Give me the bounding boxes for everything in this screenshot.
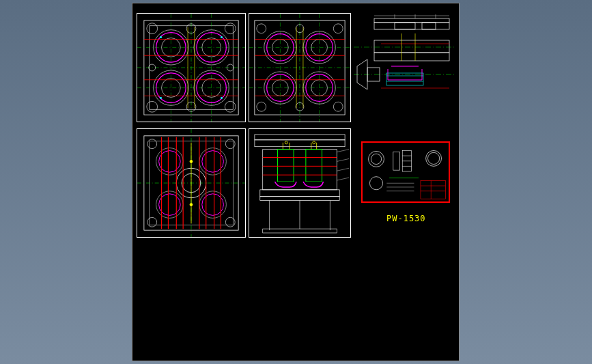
svg-rect-69 xyxy=(374,18,449,23)
svg-point-23 xyxy=(225,101,236,112)
cad-drawing-canvas[interactable]: PW-1530 xyxy=(132,3,460,361)
view-plan-b xyxy=(249,13,351,122)
svg-line-136 xyxy=(337,168,349,171)
svg-point-116 xyxy=(147,217,157,227)
svg-point-115 xyxy=(225,139,235,149)
svg-point-145 xyxy=(426,150,442,166)
svg-point-100 xyxy=(199,148,227,176)
svg-point-37 xyxy=(221,97,223,99)
svg-rect-140 xyxy=(263,229,337,233)
title-block xyxy=(361,141,450,203)
svg-point-101 xyxy=(156,191,184,219)
svg-rect-118 xyxy=(255,135,345,140)
svg-rect-122 xyxy=(260,197,339,201)
svg-rect-74 xyxy=(374,53,449,61)
svg-point-146 xyxy=(427,152,439,164)
part-number-label: PW-1530 xyxy=(386,214,426,223)
svg-point-112 xyxy=(190,160,193,163)
svg-point-35 xyxy=(221,36,223,38)
svg-rect-120 xyxy=(263,150,337,190)
svg-point-143 xyxy=(371,154,381,164)
svg-rect-71 xyxy=(395,23,415,29)
svg-point-133 xyxy=(313,141,315,144)
svg-rect-78 xyxy=(386,73,423,85)
svg-rect-153 xyxy=(421,180,445,199)
svg-point-58 xyxy=(333,24,343,33)
svg-point-98 xyxy=(202,194,224,216)
view-ejector-plan xyxy=(137,128,246,238)
svg-rect-70 xyxy=(374,23,449,29)
svg-point-114 xyxy=(147,139,157,149)
svg-point-21 xyxy=(225,23,236,34)
svg-point-59 xyxy=(257,102,266,111)
svg-point-97 xyxy=(159,194,181,216)
svg-rect-72 xyxy=(422,23,436,29)
svg-point-96 xyxy=(202,151,224,173)
svg-point-102 xyxy=(199,191,227,219)
svg-rect-147 xyxy=(393,152,400,170)
view-plan-a xyxy=(137,13,246,122)
svg-rect-119 xyxy=(255,140,345,147)
svg-point-130 xyxy=(285,141,287,144)
svg-point-20 xyxy=(147,23,158,34)
svg-point-142 xyxy=(369,151,384,167)
svg-point-144 xyxy=(369,177,382,190)
svg-rect-73 xyxy=(374,40,449,53)
svg-point-36 xyxy=(160,97,162,99)
svg-rect-123 xyxy=(277,150,294,182)
svg-point-60 xyxy=(333,102,343,111)
svg-point-95 xyxy=(159,151,181,173)
svg-point-22 xyxy=(147,101,158,112)
svg-point-34 xyxy=(160,36,162,38)
svg-rect-121 xyxy=(260,190,339,197)
svg-rect-124 xyxy=(306,150,322,182)
svg-line-134 xyxy=(337,150,349,152)
svg-line-137 xyxy=(337,178,349,180)
view-section-side xyxy=(354,13,456,122)
svg-point-113 xyxy=(190,204,193,206)
svg-point-57 xyxy=(257,24,266,33)
view-section-front xyxy=(249,128,351,238)
svg-point-99 xyxy=(156,148,184,176)
svg-point-117 xyxy=(225,217,235,227)
svg-line-135 xyxy=(337,158,349,161)
